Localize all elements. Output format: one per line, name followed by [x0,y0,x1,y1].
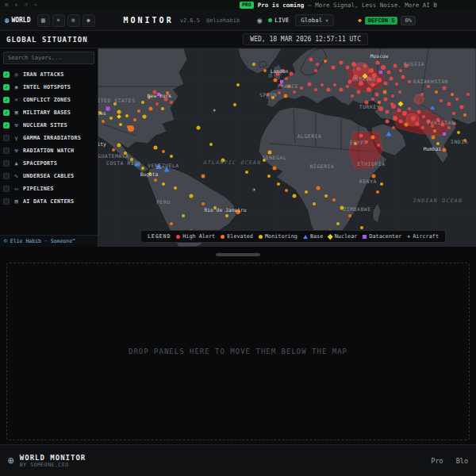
map-marker[interactable] [401,75,405,79]
map-marker[interactable] [293,90,296,94]
map-marker[interactable] [371,98,374,101]
map-marker[interactable] [170,101,173,104]
map-marker[interactable] [308,83,312,86]
map-marker[interactable] [420,93,424,96]
star-icon[interactable]: ✦ [34,2,37,8]
layer-item[interactable]: ▭PIPELINES [3,182,94,194]
map-marker[interactable] [182,214,185,217]
satellite-icon[interactable]: ⌖ [52,14,65,27]
map-marker[interactable] [399,69,402,72]
map-marker[interactable] [383,90,387,94]
layer-item[interactable]: ☢RADIATION WATCH [3,144,94,156]
map-marker[interactable] [332,66,336,70]
map-marker[interactable] [391,104,396,109]
map-marker[interactable] [443,86,447,90]
map-marker[interactable] [305,190,308,194]
map-marker[interactable] [313,202,316,205]
map-marker[interactable] [376,190,379,194]
map-marker[interactable] [162,182,165,186]
map-marker[interactable] [367,87,371,92]
map-marker[interactable] [372,175,376,178]
map-marker[interactable] [284,94,288,98]
map-marker[interactable] [386,120,390,124]
layer-checkbox[interactable] [3,148,10,154]
map-marker[interactable] [125,114,129,117]
map-marker[interactable] [317,186,321,190]
map-marker[interactable] [154,178,157,182]
map-marker[interactable] [324,60,327,63]
map-marker[interactable] [390,77,393,81]
map-marker[interactable] [452,112,455,115]
map-marker[interactable] [277,182,280,186]
defcon-badge[interactable]: DEFCON 5 [365,17,398,25]
map-marker[interactable] [190,194,194,198]
map-marker[interactable] [417,110,421,114]
github-icon[interactable]: ◉ [257,16,262,25]
map-marker[interactable] [377,144,380,147]
map-marker[interactable] [314,69,317,72]
map-marker[interactable] [119,123,122,126]
map-marker[interactable] [236,83,240,86]
footer-link-blo[interactable]: Blo [456,457,468,465]
map-marker[interactable] [278,91,281,94]
map-marker[interactable] [447,126,451,129]
map-marker[interactable] [268,151,272,155]
map-marker[interactable] [263,69,267,72]
map-marker[interactable] [457,131,460,134]
map-marker[interactable] [300,86,303,90]
map-marker[interactable] [143,115,147,119]
layer-checkbox[interactable]: ✓ [3,71,10,78]
pin-icon[interactable]: ◈ [14,2,17,8]
map-marker[interactable] [346,85,349,88]
map-marker[interactable] [440,99,443,102]
map-marker[interactable] [290,72,294,76]
map-marker[interactable] [363,64,367,68]
map-marker[interactable] [387,71,391,75]
map-marker[interactable] [197,126,201,130]
map-marker[interactable]: ✈ [252,186,255,193]
promo-message[interactable]: PRO Pro is coming — More Signal, Less No… [240,2,437,9]
map-marker[interactable] [245,171,248,174]
map-marker[interactable] [386,110,390,114]
map-marker[interactable] [133,118,136,121]
map-marker[interactable] [102,120,105,123]
world-selector[interactable]: ⊕ WORLD [5,17,31,25]
layer-checkbox[interactable]: ✓ [3,97,10,103]
map-marker[interactable] [408,80,411,83]
map-marker[interactable] [137,109,140,113]
map-marker[interactable] [384,82,388,86]
map-marker[interactable] [149,107,153,111]
map-marker[interactable] [357,67,361,71]
map-marker[interactable] [397,109,401,113]
map-marker[interactable] [162,150,165,153]
map-marker[interactable] [391,94,394,98]
map-marker[interactable] [360,226,363,229]
map-marker[interactable] [447,102,451,106]
map-marker[interactable] [336,222,340,225]
map-marker[interactable] [285,77,288,80]
map-marker[interactable] [399,120,403,124]
map-marker[interactable] [174,186,177,190]
map-marker[interactable] [371,136,375,140]
map-marker[interactable] [273,167,277,171]
map-marker[interactable] [369,68,374,73]
map-marker[interactable] [161,107,164,110]
map-marker[interactable] [293,194,297,198]
map-marker[interactable]: ✈ [213,107,216,113]
map-marker[interactable] [455,98,459,101]
map-marker[interactable] [380,182,383,186]
map-marker[interactable] [359,134,363,138]
map-marker[interactable] [443,132,446,136]
map-marker[interactable] [202,202,205,205]
map-marker[interactable] [466,93,470,96]
map-marker[interactable] [155,102,159,106]
menu-icon[interactable]: ▤ [5,2,8,8]
layer-item[interactable]: ▤AI DATA CENTERS [3,195,94,207]
credit-line[interactable]: © Elie Habib · Someone™ [0,235,98,247]
map-marker[interactable] [402,111,407,116]
author-handle[interactable]: @eliehabib [206,17,240,24]
map-marker[interactable] [432,136,436,140]
map-marker[interactable] [112,148,115,152]
map-marker[interactable] [141,167,144,170]
map-marker[interactable] [233,103,236,106]
